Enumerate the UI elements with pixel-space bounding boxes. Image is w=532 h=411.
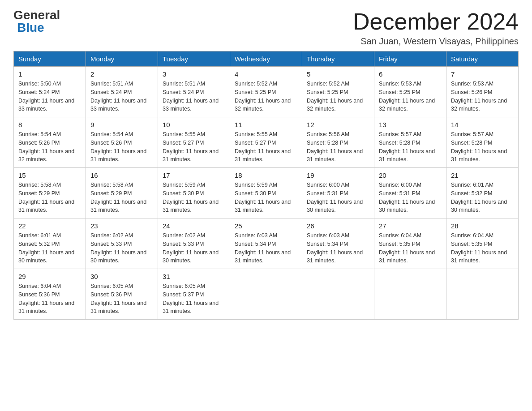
day-number: 26 bbox=[307, 222, 369, 230]
page-header: General Blue December 2024 San Juan, Wes… bbox=[13, 9, 519, 47]
calendar-week-row: 29 Sunrise: 6:04 AMSunset: 5:36 PMDaylig… bbox=[14, 269, 519, 320]
logo-general-text: General bbox=[13, 9, 60, 21]
calendar-week-row: 1 Sunrise: 5:50 AMSunset: 5:24 PMDayligh… bbox=[14, 67, 519, 117]
calendar-cell: 15 Sunrise: 5:58 AMSunset: 5:29 PMDaylig… bbox=[14, 168, 86, 218]
calendar-cell: 19 Sunrise: 6:00 AMSunset: 5:31 PMDaylig… bbox=[302, 168, 374, 218]
calendar-week-row: 15 Sunrise: 5:58 AMSunset: 5:29 PMDaylig… bbox=[14, 168, 519, 218]
day-number: 4 bbox=[235, 70, 297, 78]
day-info: Sunrise: 6:03 AMSunset: 5:34 PMDaylight:… bbox=[307, 232, 363, 264]
calendar-header-sunday: Sunday bbox=[14, 51, 86, 67]
day-info: Sunrise: 5:59 AMSunset: 5:30 PMDaylight:… bbox=[163, 182, 219, 213]
day-info: Sunrise: 6:05 AMSunset: 5:36 PMDaylight:… bbox=[90, 283, 146, 314]
day-number: 2 bbox=[90, 70, 153, 78]
calendar-header-monday: Monday bbox=[86, 51, 158, 67]
calendar-cell: 12 Sunrise: 5:56 AMSunset: 5:28 PMDaylig… bbox=[302, 117, 374, 168]
day-number: 3 bbox=[163, 70, 225, 78]
day-number: 19 bbox=[307, 171, 369, 179]
day-info: Sunrise: 6:03 AMSunset: 5:34 PMDaylight:… bbox=[235, 232, 291, 264]
day-info: Sunrise: 5:59 AMSunset: 5:30 PMDaylight:… bbox=[235, 182, 291, 213]
day-number: 10 bbox=[163, 121, 225, 128]
day-number: 24 bbox=[163, 222, 225, 230]
day-info: Sunrise: 5:55 AMSunset: 5:27 PMDaylight:… bbox=[235, 131, 291, 163]
day-number: 28 bbox=[451, 222, 514, 230]
day-number: 22 bbox=[18, 222, 81, 230]
day-info: Sunrise: 6:04 AMSunset: 5:35 PMDaylight:… bbox=[451, 232, 507, 264]
day-info: Sunrise: 6:04 AMSunset: 5:35 PMDaylight:… bbox=[379, 232, 435, 264]
calendar-cell: 28 Sunrise: 6:04 AMSunset: 5:35 PMDaylig… bbox=[446, 218, 519, 269]
calendar-cell: 6 Sunrise: 5:53 AMSunset: 5:25 PMDayligh… bbox=[374, 67, 446, 117]
day-number: 27 bbox=[379, 222, 442, 230]
day-number: 1 bbox=[18, 70, 81, 78]
calendar-cell: 26 Sunrise: 6:03 AMSunset: 5:34 PMDaylig… bbox=[302, 218, 374, 269]
calendar-week-row: 8 Sunrise: 5:54 AMSunset: 5:26 PMDayligh… bbox=[14, 117, 519, 168]
calendar-cell: 9 Sunrise: 5:54 AMSunset: 5:26 PMDayligh… bbox=[86, 117, 158, 168]
calendar-cell: 4 Sunrise: 5:52 AMSunset: 5:25 PMDayligh… bbox=[230, 67, 302, 117]
calendar-cell: 1 Sunrise: 5:50 AMSunset: 5:24 PMDayligh… bbox=[14, 67, 86, 117]
day-number: 17 bbox=[163, 171, 225, 179]
calendar-cell: 29 Sunrise: 6:04 AMSunset: 5:36 PMDaylig… bbox=[14, 269, 86, 320]
calendar-header-friday: Friday bbox=[374, 51, 446, 67]
day-info: Sunrise: 5:54 AMSunset: 5:26 PMDaylight:… bbox=[90, 131, 146, 163]
calendar-header-row: SundayMondayTuesdayWednesdayThursdayFrid… bbox=[14, 51, 519, 67]
calendar-header-wednesday: Wednesday bbox=[230, 51, 302, 67]
day-info: Sunrise: 5:52 AMSunset: 5:25 PMDaylight:… bbox=[307, 81, 363, 112]
calendar-cell bbox=[230, 269, 302, 320]
day-info: Sunrise: 5:53 AMSunset: 5:25 PMDaylight:… bbox=[379, 81, 435, 112]
day-info: Sunrise: 6:01 AMSunset: 5:32 PMDaylight:… bbox=[451, 182, 507, 213]
calendar-cell: 27 Sunrise: 6:04 AMSunset: 5:35 PMDaylig… bbox=[374, 218, 446, 269]
day-info: Sunrise: 5:58 AMSunset: 5:29 PMDaylight:… bbox=[18, 182, 74, 213]
day-number: 7 bbox=[451, 70, 514, 78]
day-number: 11 bbox=[235, 121, 297, 128]
calendar-cell: 13 Sunrise: 5:57 AMSunset: 5:28 PMDaylig… bbox=[374, 117, 446, 168]
calendar-cell bbox=[302, 269, 374, 320]
day-number: 12 bbox=[307, 121, 369, 128]
day-info: Sunrise: 5:52 AMSunset: 5:25 PMDaylight:… bbox=[235, 81, 291, 112]
day-number: 9 bbox=[90, 121, 153, 128]
calendar-week-row: 22 Sunrise: 6:01 AMSunset: 5:32 PMDaylig… bbox=[14, 218, 519, 269]
calendar-cell: 16 Sunrise: 5:58 AMSunset: 5:29 PMDaylig… bbox=[86, 168, 158, 218]
calendar-cell bbox=[374, 269, 446, 320]
calendar-cell: 24 Sunrise: 6:02 AMSunset: 5:33 PMDaylig… bbox=[158, 218, 230, 269]
day-info: Sunrise: 5:55 AMSunset: 5:27 PMDaylight:… bbox=[163, 131, 219, 163]
calendar-cell: 3 Sunrise: 5:51 AMSunset: 5:24 PMDayligh… bbox=[158, 67, 230, 117]
calendar-cell: 10 Sunrise: 5:55 AMSunset: 5:27 PMDaylig… bbox=[158, 117, 230, 168]
day-info: Sunrise: 5:56 AMSunset: 5:28 PMDaylight:… bbox=[307, 131, 363, 163]
calendar-cell: 17 Sunrise: 5:59 AMSunset: 5:30 PMDaylig… bbox=[158, 168, 230, 218]
day-number: 5 bbox=[307, 70, 369, 78]
month-year-title: December 2024 bbox=[353, 9, 519, 34]
day-number: 16 bbox=[90, 171, 153, 179]
day-number: 20 bbox=[379, 171, 442, 179]
day-number: 6 bbox=[379, 70, 442, 78]
day-number: 14 bbox=[451, 121, 514, 128]
calendar-header-thursday: Thursday bbox=[302, 51, 374, 67]
calendar-cell: 30 Sunrise: 6:05 AMSunset: 5:36 PMDaylig… bbox=[86, 269, 158, 320]
day-info: Sunrise: 5:51 AMSunset: 5:24 PMDaylight:… bbox=[90, 81, 146, 112]
day-info: Sunrise: 6:05 AMSunset: 5:37 PMDaylight:… bbox=[163, 283, 219, 314]
location-subtitle: San Juan, Western Visayas, Philippines bbox=[353, 36, 519, 47]
day-info: Sunrise: 6:00 AMSunset: 5:31 PMDaylight:… bbox=[379, 182, 435, 213]
calendar-cell: 7 Sunrise: 5:53 AMSunset: 5:26 PMDayligh… bbox=[446, 67, 519, 117]
calendar-cell bbox=[446, 269, 519, 320]
day-info: Sunrise: 6:00 AMSunset: 5:31 PMDaylight:… bbox=[307, 182, 363, 213]
calendar-cell: 20 Sunrise: 6:00 AMSunset: 5:31 PMDaylig… bbox=[374, 168, 446, 218]
calendar-cell: 8 Sunrise: 5:54 AMSunset: 5:26 PMDayligh… bbox=[14, 117, 86, 168]
day-number: 31 bbox=[163, 273, 225, 280]
calendar-header-tuesday: Tuesday bbox=[158, 51, 230, 67]
calendar-cell: 31 Sunrise: 6:05 AMSunset: 5:37 PMDaylig… bbox=[158, 269, 230, 320]
calendar-cell: 21 Sunrise: 6:01 AMSunset: 5:32 PMDaylig… bbox=[446, 168, 519, 218]
day-info: Sunrise: 6:04 AMSunset: 5:36 PMDaylight:… bbox=[18, 283, 74, 314]
calendar-cell: 11 Sunrise: 5:55 AMSunset: 5:27 PMDaylig… bbox=[230, 117, 302, 168]
day-number: 25 bbox=[235, 222, 297, 230]
day-number: 30 bbox=[90, 273, 153, 280]
calendar-cell: 23 Sunrise: 6:02 AMSunset: 5:33 PMDaylig… bbox=[86, 218, 158, 269]
calendar-cell: 2 Sunrise: 5:51 AMSunset: 5:24 PMDayligh… bbox=[86, 67, 158, 117]
calendar-cell: 18 Sunrise: 5:59 AMSunset: 5:30 PMDaylig… bbox=[230, 168, 302, 218]
day-number: 15 bbox=[18, 171, 81, 179]
calendar-table: SundayMondayTuesdayWednesdayThursdayFrid… bbox=[13, 51, 519, 320]
logo: General Blue bbox=[13, 9, 60, 34]
calendar-cell: 25 Sunrise: 6:03 AMSunset: 5:34 PMDaylig… bbox=[230, 218, 302, 269]
day-info: Sunrise: 5:53 AMSunset: 5:26 PMDaylight:… bbox=[451, 81, 507, 112]
calendar-cell: 14 Sunrise: 5:57 AMSunset: 5:28 PMDaylig… bbox=[446, 117, 519, 168]
day-info: Sunrise: 5:54 AMSunset: 5:26 PMDaylight:… bbox=[18, 131, 74, 163]
day-info: Sunrise: 5:57 AMSunset: 5:28 PMDaylight:… bbox=[379, 131, 435, 163]
